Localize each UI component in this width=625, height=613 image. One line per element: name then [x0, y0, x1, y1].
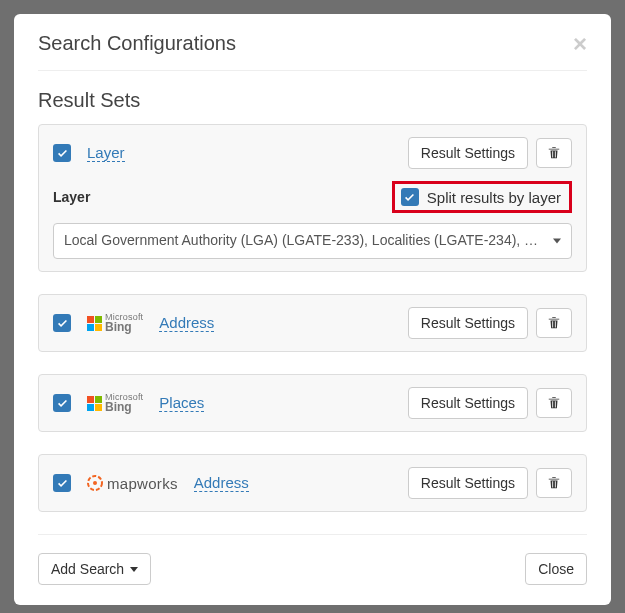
enable-checkbox[interactable] [53, 314, 71, 332]
address-link[interactable]: Address [194, 474, 249, 492]
modal-header: Search Configurations × [38, 32, 587, 71]
svg-point-1 [93, 481, 97, 485]
trash-icon [547, 476, 561, 490]
layer-sub-label: Layer [53, 189, 90, 205]
result-set-bing-address: Microsoft Bing Address Result Settings [38, 294, 587, 352]
close-icon[interactable]: × [573, 32, 587, 56]
bing-brand-text: Microsoft Bing [105, 393, 143, 413]
enable-checkbox[interactable] [53, 394, 71, 412]
split-results-checkbox[interactable] [401, 188, 419, 206]
trash-icon [547, 316, 561, 330]
add-search-button[interactable]: Add Search [38, 553, 151, 585]
trash-icon [547, 146, 561, 160]
microsoft-icon [87, 396, 102, 411]
result-settings-button[interactable]: Result Settings [408, 307, 528, 339]
split-results-highlight: Split results by layer [392, 181, 572, 213]
delete-button[interactable] [536, 468, 572, 498]
address-link[interactable]: Address [159, 314, 214, 332]
bing-brand-text: Microsoft Bing [105, 313, 143, 333]
result-settings-button[interactable]: Result Settings [408, 467, 528, 499]
mapworks-logo: mapworks [87, 475, 178, 492]
enable-checkbox[interactable] [53, 144, 71, 162]
microsoft-icon [87, 316, 102, 331]
result-set-mapworks-address: mapworks Address Result Settings [38, 454, 587, 512]
result-set-bing-places: Microsoft Bing Places Result Settings [38, 374, 587, 432]
modal-footer: Add Search Close [38, 534, 587, 585]
mapworks-brand-text: mapworks [107, 475, 178, 492]
section-title: Result Sets [38, 89, 587, 112]
add-search-label: Add Search [51, 561, 124, 577]
close-button[interactable]: Close [525, 553, 587, 585]
bing-logo: Microsoft Bing [87, 313, 143, 333]
places-link[interactable]: Places [159, 394, 204, 412]
result-settings-button[interactable]: Result Settings [408, 137, 528, 169]
search-configurations-modal: Search Configurations × Result Sets Laye… [14, 14, 611, 605]
split-results-label: Split results by layer [427, 189, 561, 206]
delete-button[interactable] [536, 138, 572, 168]
enable-checkbox[interactable] [53, 474, 71, 492]
bing-logo: Microsoft Bing [87, 393, 143, 413]
chevron-down-icon [130, 567, 138, 572]
result-set-layer: Layer Result Settings Layer Split result… [38, 124, 587, 272]
mapworks-icon [87, 475, 103, 491]
chevron-down-icon [553, 239, 561, 244]
layer-dropdown[interactable]: Local Government Authority (LGA) (LGATE-… [53, 223, 572, 259]
trash-icon [547, 396, 561, 410]
modal-title: Search Configurations [38, 32, 236, 55]
layer-dropdown-value: Local Government Authority (LGA) (LGATE-… [64, 232, 564, 248]
delete-button[interactable] [536, 308, 572, 338]
layer-link[interactable]: Layer [87, 144, 125, 162]
result-settings-button[interactable]: Result Settings [408, 387, 528, 419]
delete-button[interactable] [536, 388, 572, 418]
